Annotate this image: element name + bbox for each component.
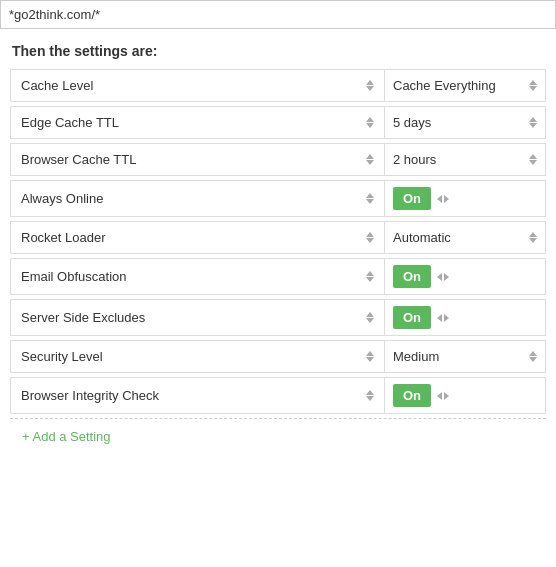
- setting-left-edge-cache: Edge Cache TTL: [11, 107, 385, 138]
- setting-row-always-online: Always OnlineOn: [10, 180, 546, 217]
- arrow-down-security-level[interactable]: [366, 357, 374, 362]
- setting-right-always-online: On: [385, 181, 545, 216]
- arrow-right-small-always-online[interactable]: [444, 195, 449, 203]
- arrow-down-email-obfuscation[interactable]: [366, 277, 374, 282]
- on-badge-always-online[interactable]: On: [393, 187, 431, 210]
- setting-row-email-obfuscation: Email ObfuscationOn: [10, 258, 546, 295]
- arrow-down-always-online[interactable]: [366, 199, 374, 204]
- setting-left-browser-cache: Browser Cache TTL: [11, 144, 385, 175]
- section-label: Then the settings are:: [0, 29, 556, 69]
- small-arrows-server-side-excludes[interactable]: [437, 314, 449, 322]
- arrow-up-right-security-level[interactable]: [529, 351, 537, 356]
- setting-row-cache-level: Cache LevelCache Everything: [10, 69, 546, 102]
- arrow-down-right-browser-cache[interactable]: [529, 160, 537, 165]
- arrow-up-browser-cache[interactable]: [366, 154, 374, 159]
- arrow-right-small-email-obfuscation[interactable]: [444, 273, 449, 281]
- setting-label-rocket-loader: Rocket Loader: [21, 230, 106, 245]
- arrow-down-edge-cache[interactable]: [366, 123, 374, 128]
- add-setting-link[interactable]: + Add a Setting: [10, 418, 546, 454]
- arrows-right-browser-cache[interactable]: [529, 154, 537, 165]
- arrow-down-right-edge-cache[interactable]: [529, 123, 537, 128]
- setting-right-value-edge-cache: 5 days: [393, 115, 523, 130]
- setting-left-security-level: Security Level: [11, 341, 385, 372]
- setting-left-browser-integrity: Browser Integrity Check: [11, 378, 385, 413]
- setting-right-browser-cache: 2 hours: [385, 144, 545, 175]
- setting-right-value-browser-cache: 2 hours: [393, 152, 523, 167]
- setting-label-security-level: Security Level: [21, 349, 103, 364]
- setting-label-edge-cache: Edge Cache TTL: [21, 115, 119, 130]
- arrow-down-browser-cache[interactable]: [366, 160, 374, 165]
- arrow-up-right-cache-level[interactable]: [529, 80, 537, 85]
- setting-right-browser-integrity: On: [385, 378, 545, 413]
- setting-row-rocket-loader: Rocket LoaderAutomatic: [10, 221, 546, 254]
- setting-left-cache-level: Cache Level: [11, 70, 385, 101]
- arrows-left-browser-integrity[interactable]: [366, 390, 374, 401]
- setting-label-browser-integrity: Browser Integrity Check: [21, 388, 159, 403]
- arrow-down-server-side-excludes[interactable]: [366, 318, 374, 323]
- setting-right-edge-cache: 5 days: [385, 107, 545, 138]
- arrows-left-email-obfuscation[interactable]: [366, 271, 374, 282]
- arrows-left-edge-cache[interactable]: [366, 117, 374, 128]
- arrow-up-cache-level[interactable]: [366, 80, 374, 85]
- setting-right-value-security-level: Medium: [393, 349, 523, 364]
- arrow-right-small-browser-integrity[interactable]: [444, 392, 449, 400]
- on-badge-email-obfuscation[interactable]: On: [393, 265, 431, 288]
- arrow-down-rocket-loader[interactable]: [366, 238, 374, 243]
- setting-right-email-obfuscation: On: [385, 259, 545, 294]
- arrows-left-security-level[interactable]: [366, 351, 374, 362]
- setting-right-value-cache-level: Cache Everything: [393, 78, 523, 93]
- arrow-up-server-side-excludes[interactable]: [366, 312, 374, 317]
- arrow-down-right-cache-level[interactable]: [529, 86, 537, 91]
- arrow-up-rocket-loader[interactable]: [366, 232, 374, 237]
- settings-rows: Cache LevelCache EverythingEdge Cache TT…: [0, 69, 556, 414]
- small-arrows-email-obfuscation[interactable]: [437, 273, 449, 281]
- setting-row-server-side-excludes: Server Side ExcludesOn: [10, 299, 546, 336]
- arrow-right-small-server-side-excludes[interactable]: [444, 314, 449, 322]
- arrow-down-browser-integrity[interactable]: [366, 396, 374, 401]
- arrow-up-always-online[interactable]: [366, 193, 374, 198]
- setting-label-cache-level: Cache Level: [21, 78, 93, 93]
- setting-label-browser-cache: Browser Cache TTL: [21, 152, 136, 167]
- arrow-up-browser-integrity[interactable]: [366, 390, 374, 395]
- arrow-left-small-browser-integrity[interactable]: [437, 392, 442, 400]
- setting-row-browser-cache: Browser Cache TTL2 hours: [10, 143, 546, 176]
- setting-right-rocket-loader: Automatic: [385, 222, 545, 253]
- setting-row-browser-integrity: Browser Integrity CheckOn: [10, 377, 546, 414]
- small-arrows-always-online[interactable]: [437, 195, 449, 203]
- url-pattern-input[interactable]: [0, 0, 556, 29]
- setting-left-email-obfuscation: Email Obfuscation: [11, 259, 385, 294]
- arrows-left-always-online[interactable]: [366, 193, 374, 204]
- arrow-left-small-email-obfuscation[interactable]: [437, 273, 442, 281]
- setting-right-server-side-excludes: On: [385, 300, 545, 335]
- arrow-up-email-obfuscation[interactable]: [366, 271, 374, 276]
- arrow-up-right-rocket-loader[interactable]: [529, 232, 537, 237]
- setting-label-server-side-excludes: Server Side Excludes: [21, 310, 145, 325]
- arrows-left-browser-cache[interactable]: [366, 154, 374, 165]
- on-badge-browser-integrity[interactable]: On: [393, 384, 431, 407]
- setting-label-always-online: Always Online: [21, 191, 103, 206]
- arrows-left-server-side-excludes[interactable]: [366, 312, 374, 323]
- setting-left-rocket-loader: Rocket Loader: [11, 222, 385, 253]
- arrows-right-rocket-loader[interactable]: [529, 232, 537, 243]
- setting-left-server-side-excludes: Server Side Excludes: [11, 300, 385, 335]
- arrow-down-cache-level[interactable]: [366, 86, 374, 91]
- on-badge-server-side-excludes[interactable]: On: [393, 306, 431, 329]
- arrows-left-cache-level[interactable]: [366, 80, 374, 91]
- arrows-right-security-level[interactable]: [529, 351, 537, 362]
- arrows-left-rocket-loader[interactable]: [366, 232, 374, 243]
- arrow-down-right-rocket-loader[interactable]: [529, 238, 537, 243]
- arrow-up-right-edge-cache[interactable]: [529, 117, 537, 122]
- setting-right-security-level: Medium: [385, 341, 545, 372]
- arrow-up-security-level[interactable]: [366, 351, 374, 356]
- small-arrows-browser-integrity[interactable]: [437, 392, 449, 400]
- arrow-left-small-always-online[interactable]: [437, 195, 442, 203]
- setting-left-always-online: Always Online: [11, 181, 385, 216]
- setting-label-email-obfuscation: Email Obfuscation: [21, 269, 127, 284]
- arrow-up-edge-cache[interactable]: [366, 117, 374, 122]
- setting-right-cache-level: Cache Everything: [385, 70, 545, 101]
- arrow-left-small-server-side-excludes[interactable]: [437, 314, 442, 322]
- arrows-right-edge-cache[interactable]: [529, 117, 537, 128]
- arrows-right-cache-level[interactable]: [529, 80, 537, 91]
- arrow-down-right-security-level[interactable]: [529, 357, 537, 362]
- arrow-up-right-browser-cache[interactable]: [529, 154, 537, 159]
